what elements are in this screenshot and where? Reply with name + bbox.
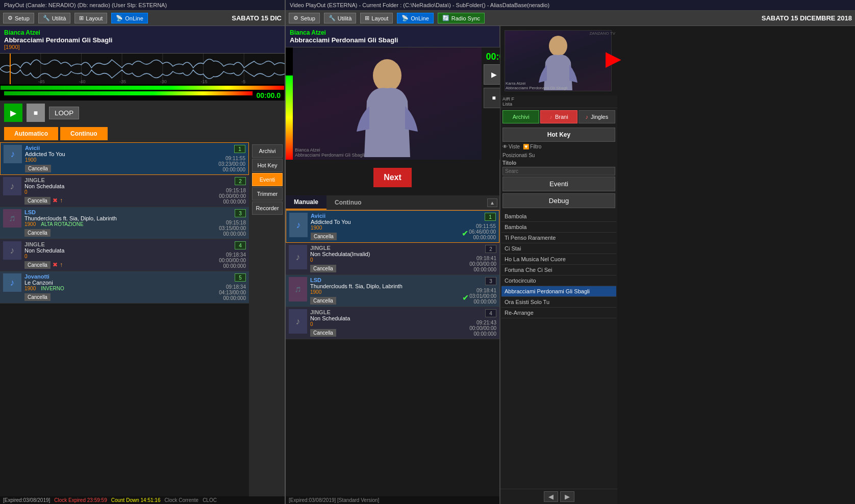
thumbnail-area: ZANZANO TV Karra AtzeiAbbracciami Perdon… <box>500 26 617 95</box>
utilita-icon-right: 🔧 <box>329 15 336 21</box>
left-title-bar: PlayOut (Canale: NERADIO) (Db: neradio) … <box>0 0 285 11</box>
vpl-cancel-4[interactable]: Cancella <box>310 329 336 337</box>
list-item[interactable]: Ti Penso Raramente <box>501 233 616 243</box>
vpl-icon-1: ♪ <box>289 213 308 237</box>
vpl-times-1: 09:11:55 06:46/00:00 00:00:000 <box>469 223 496 240</box>
left-online-button[interactable]: 📡 OnLine <box>111 13 147 23</box>
table-row: 🎵 LSD Thunderclouds ft. Sia, Diplo, Labr… <box>286 275 499 307</box>
layout-icon: ⊞ <box>79 15 84 21</box>
utilita-icon: 🔧 <box>43 15 50 21</box>
continuo-button[interactable]: Continuo <box>60 127 108 140</box>
list-item[interactable]: Re-Arrange <box>501 308 616 318</box>
table-row: ♪ JINGLE Non Schedulata 0 Cancella 4 09:… <box>286 307 499 339</box>
list-prev-button[interactable]: ◀ <box>544 491 558 502</box>
song-list: Bambola Bambola Ti Penso Raramente Ci St… <box>500 210 617 489</box>
cancel-button-5[interactable]: Cancella <box>24 293 51 301</box>
item-title-2: Non Schedulata <box>24 183 246 189</box>
archivi-sidebar-button[interactable]: Archivi <box>502 110 539 123</box>
left-toolbar: ⚙ Setup 🔧 Utilità ⊞ Layout 📡 OnLine SABA… <box>0 11 285 26</box>
item-code-5: 1900 <box>24 286 36 291</box>
list-item[interactable]: Bambola <box>501 211 616 222</box>
vpl-info-2: JINGLE Non Schedulata(Invalid) 0 Cancell… <box>310 245 496 272</box>
vpl-cancel-1[interactable]: Cancella <box>311 233 337 240</box>
gear-icon: ⚙ <box>8 15 13 21</box>
video-content-svg <box>336 50 438 157</box>
item-times-2: 09:15:18 00:00/00:00 00:00:000 <box>219 188 246 205</box>
left-play-button[interactable]: ▶ <box>4 104 22 122</box>
cancel-button-3[interactable]: Cancella <box>24 229 51 237</box>
svg-text:-5: -5 <box>241 79 245 84</box>
hot-key-button[interactable]: Hot Key <box>252 159 283 172</box>
list-item[interactable]: Ora Esisti Solo Tu <box>501 297 616 308</box>
search-row: Posizionati Su <box>500 152 617 159</box>
left-utilita-button[interactable]: 🔧 Utilità <box>38 13 71 23</box>
right-online-button[interactable]: 📡 OnLine <box>397 13 433 23</box>
next-button[interactable]: Next <box>373 168 412 187</box>
list-item[interactable]: Bambola <box>501 222 616 233</box>
move-up-icon-2[interactable]: ↑ <box>60 197 63 204</box>
left-loop-button[interactable]: LOOP <box>49 107 79 119</box>
jingle-icon-4: ♪ <box>3 241 21 260</box>
vpl-cancel-3[interactable]: Cancella <box>310 297 336 305</box>
online-icon: 📡 <box>116 15 123 21</box>
clock-expired-label: Clock Expired 23:59:59 <box>54 497 107 503</box>
right-setup-button[interactable]: ⚙ Setup <box>289 13 320 23</box>
play-icon: ▶ <box>10 108 16 118</box>
item-artist-1: Avicii <box>25 145 245 151</box>
scroll-up-btn[interactable]: ▲ <box>487 198 497 207</box>
svg-text:-40: -40 <box>79 79 85 84</box>
trimmer-button[interactable]: Trimmer <box>252 187 283 200</box>
move-up-icon-4[interactable]: ↑ <box>60 261 63 268</box>
item-artist-3: LSD <box>24 209 246 215</box>
thumbnail-3: 🎵 <box>3 209 21 228</box>
list-next-button[interactable]: ▶ <box>560 491 574 502</box>
sidebar-hotkey-button[interactable]: Hot Key <box>502 128 615 142</box>
sidebar-eventi-button[interactable]: Eventi <box>502 177 615 191</box>
item-info-2: JINGLE Non Schedulata 0 Cancella ✖ ↑ <box>24 177 246 205</box>
item-number-5: 5 <box>235 273 246 282</box>
jingles-sidebar-button[interactable]: ♪ Jingles <box>579 110 615 123</box>
svg-point-14 <box>373 59 401 92</box>
list-item[interactable]: Fortuna Che Ci Sei <box>501 265 616 275</box>
svg-text:-30: -30 <box>160 79 167 84</box>
list-item[interactable]: Cortocircuito <box>501 275 616 286</box>
list-item[interactable]: Abbracciami Perdonami Gli Sbagli <box>501 286 616 297</box>
recorder-button[interactable]: Recorder <box>252 201 283 215</box>
item-number-3: 3 <box>235 209 246 217</box>
stop-icon: ■ <box>34 109 38 117</box>
search-input[interactable] <box>502 167 615 175</box>
cancel-button-2[interactable]: Cancella <box>24 197 51 205</box>
automatico-button[interactable]: Automatico <box>4 127 58 140</box>
left-layout-button[interactable]: ⊞ Layout <box>74 13 107 23</box>
item-number-2: 2 <box>235 177 246 185</box>
video-frame <box>293 47 482 160</box>
left-title-text: PlayOut (Canale: NERADIO) (Db: neradio) … <box>4 2 167 8</box>
radio-sync-button[interactable]: 🔄 Radio Sync <box>438 13 485 23</box>
right-utilita-button[interactable]: 🔧 Utilità <box>324 13 357 23</box>
right-title-text: Video PlayOut (ESTERNA) - Current Folder… <box>290 2 549 8</box>
left-setup-button[interactable]: ⚙ Setup <box>3 13 34 23</box>
archivi-button[interactable]: Archivi <box>252 144 283 158</box>
list-item[interactable]: Ho La Musica Nel Cuore <box>501 254 616 265</box>
item-code-3: 1900 <box>24 221 36 227</box>
jingle-icon-2: ♪ <box>3 177 21 195</box>
item-info-5: Jovanotti Le Canzoni 1900 INVERNO Cancel… <box>24 273 246 301</box>
brani-sidebar-button[interactable]: ♪ Brani <box>540 110 577 123</box>
sync-icon: 🔄 <box>442 15 449 21</box>
vpl-info-4: JINGLE Non Schedulata 0 Cancella <box>310 309 496 337</box>
delete-icon-2[interactable]: ✖ <box>53 197 58 204</box>
left-stop-button[interactable]: ■ <box>27 104 45 122</box>
list-item[interactable]: Ci Stai <box>501 243 616 254</box>
sidebar-debug-button[interactable]: Debug <box>502 193 615 208</box>
eventi-button[interactable]: Eventi <box>252 173 283 186</box>
item-info-4: JINGLE Non Schedulata 0 Cancella ✖ ↑ <box>24 241 246 269</box>
cancel-button-1[interactable]: Cancella <box>25 165 51 172</box>
cancel-button-4[interactable]: Cancella <box>24 261 51 269</box>
tab-manuale[interactable]: Manuale <box>286 195 326 210</box>
tab-continuo[interactable]: Continuo <box>326 195 370 210</box>
delete-icon-4[interactable]: ✖ <box>53 261 58 268</box>
vpl-cancel-2[interactable]: Cancella <box>310 265 336 272</box>
right-toolbar: ⚙ Setup 🔧 Utilità ⊞ Layout 📡 OnLine 🔄 Ra… <box>286 11 855 26</box>
video-now-playing: Bianca Atzei Abbracciami Perdonami Gli S… <box>286 26 499 47</box>
right-layout-button[interactable]: ⊞ Layout <box>360 13 393 23</box>
